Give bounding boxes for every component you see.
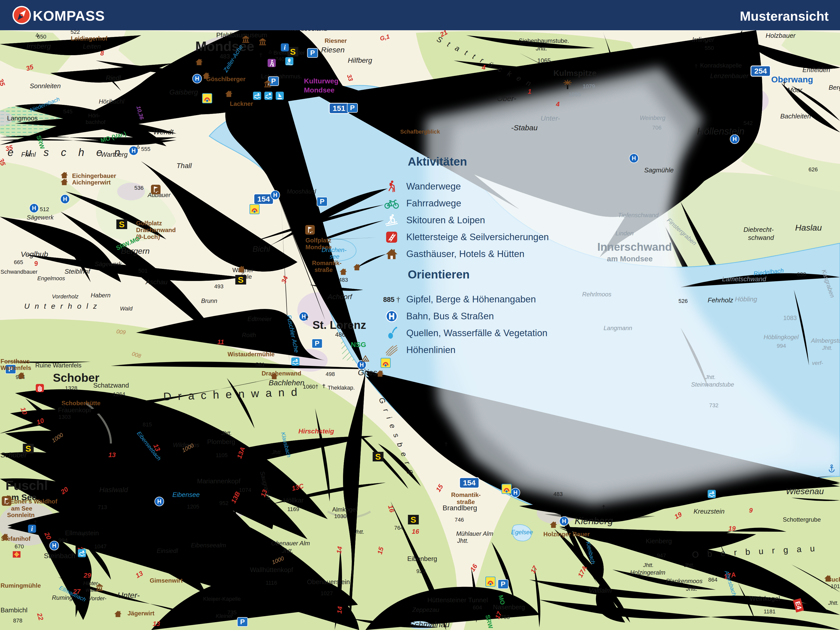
skier-icon bbox=[384, 214, 400, 227]
legend-item: Gasthäuser, Hotels & Hütten bbox=[384, 245, 585, 262]
hiker-icon bbox=[384, 180, 400, 193]
kompass-logo-icon[interactable] bbox=[12, 6, 31, 25]
legend-rows: 885 †Gipfel, Berge & HöhenangabenBahn, B… bbox=[384, 291, 585, 358]
legend-item-label: Skitouren & Loipen bbox=[406, 215, 485, 226]
legend-orientation: Orientieren885 †Gipfel, Berge & Höhenang… bbox=[384, 268, 585, 358]
page-title: Musteransicht bbox=[740, 9, 829, 24]
legend-item: Bahn, Bus & Straßen bbox=[384, 308, 585, 325]
legend-item-label: Quellen, Wasserfälle & Vegetation bbox=[406, 328, 547, 338]
legend-item-label: Klettersteige & Seilversicherungen bbox=[406, 232, 549, 242]
kompass-map-sample-page: Mondsee483PfahlbaumuseumMondseelandRiesn… bbox=[0, 0, 840, 630]
legend-item-label: Gipfel, Berge & Höhenangaben bbox=[406, 294, 536, 305]
spring-icon bbox=[384, 327, 400, 339]
brand-name[interactable]: KOMPASS bbox=[33, 8, 105, 24]
legend-item: Quellen, Wasserfälle & Vegetation bbox=[384, 325, 585, 341]
legend-item: Höhenlinien bbox=[384, 341, 585, 358]
legend-item: 885 †Gipfel, Berge & Höhenangaben bbox=[384, 291, 585, 308]
contours-icon bbox=[384, 344, 400, 356]
legend-item-label: Bahn, Bus & Straßen bbox=[406, 311, 494, 322]
legend-rows: WanderwegeFahrradwegeSkitouren & LoipenK… bbox=[384, 178, 585, 262]
legend-item: Fahrradwege bbox=[384, 195, 585, 212]
ladder-icon bbox=[384, 231, 400, 243]
header-bar: KOMPASS Musteransicht bbox=[0, 0, 840, 30]
legend-item-label: Höhenlinien bbox=[406, 345, 455, 355]
legend-item: Klettersteige & Seilversicherungen bbox=[384, 229, 585, 245]
legend-title: Aktivitäten bbox=[408, 155, 585, 170]
hut-icon bbox=[384, 248, 400, 260]
peak885-icon: 885 † bbox=[384, 295, 400, 304]
bike-icon bbox=[384, 198, 400, 209]
legend-item: Wanderwege bbox=[384, 178, 585, 195]
legend-item-label: Wanderwege bbox=[406, 181, 461, 192]
legend-activities: AktivitätenWanderwegeFahrradwegeSkitoure… bbox=[384, 155, 585, 262]
legend-item-label: Fahrradwege bbox=[406, 198, 461, 208]
transit-icon bbox=[384, 310, 400, 322]
legend-item: Skitouren & Loipen bbox=[384, 212, 585, 229]
legend-title: Orientieren bbox=[408, 268, 585, 283]
legend-item-label: Gasthäuser, Hotels & Hütten bbox=[406, 249, 524, 259]
